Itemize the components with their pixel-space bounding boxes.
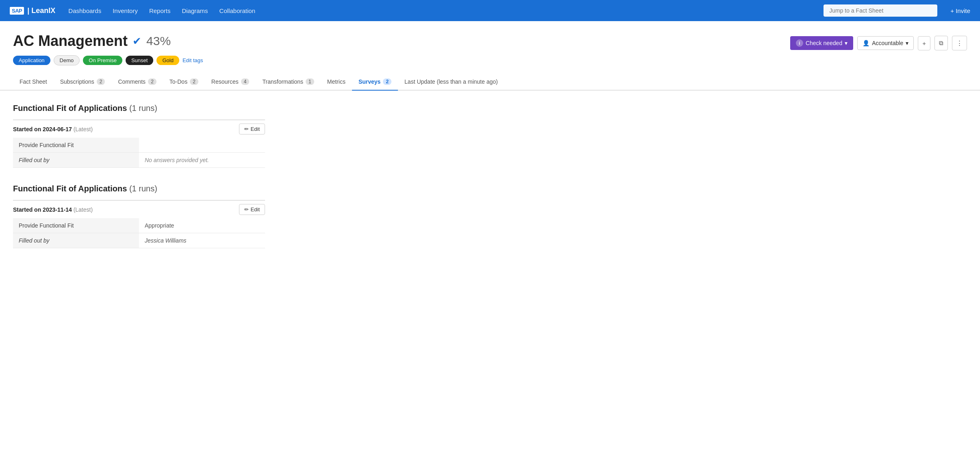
check-needed-button[interactable]: i Check needed ▾	[790, 36, 853, 50]
navbar: SAP | LeanIX Dashboards Inventory Report…	[0, 0, 980, 21]
accountable-label: Accountable	[872, 40, 903, 46]
tab-metrics-label: Metrics	[327, 78, 345, 85]
tab-todos[interactable]: To-Dos 2	[163, 74, 205, 90]
tab-subscriptions[interactable]: Subscriptions 2	[54, 74, 112, 90]
tab-comments-label: Comments	[118, 78, 146, 85]
header-right: i Check needed ▾ 👤 Accountable ▾ + ⧉ ⋮	[790, 36, 967, 50]
survey-section-2: Functional Fit of Applications (1 runs) …	[13, 184, 967, 248]
survey-1-row-2: Filled out by No answers provided yet.	[13, 153, 265, 168]
nav-reports[interactable]: Reports	[149, 7, 171, 14]
survey-1-runs: (1 runs)	[129, 104, 157, 113]
tab-todos-label: To-Dos	[169, 78, 187, 85]
accountable-button[interactable]: 👤 Accountable ▾	[857, 36, 914, 50]
tag-on-premise: On Premise	[83, 56, 122, 65]
survey-1-edit-label: Edit	[251, 126, 260, 132]
survey-2-label-2: Filled out by	[13, 233, 139, 248]
check-needed-chevron-icon: ▾	[845, 40, 847, 46]
page-header: AC Management ✔ 43% Application Demo On …	[0, 21, 980, 65]
survey-2-value-2: Jessica Williams	[139, 233, 265, 248]
header-left: AC Management ✔ 43% Application Demo On …	[13, 33, 203, 65]
more-options-button[interactable]: ⋮	[952, 36, 967, 50]
tab-resources[interactable]: Resources 4	[205, 74, 256, 90]
tab-resources-label: Resources	[211, 78, 239, 85]
tab-comments-badge: 2	[148, 78, 156, 85]
copy-button[interactable]: ⧉	[934, 36, 948, 50]
survey-1-label-1: Provide Functional Fit	[13, 138, 139, 153]
survey-2-runs: (1 runs)	[129, 184, 157, 193]
tab-last-update[interactable]: Last Update (less than a minute ago)	[398, 74, 504, 90]
survey-1-title-text: Functional Fit of Applications	[13, 104, 127, 113]
tag-demo: Demo	[54, 55, 80, 65]
completion-percentage: 43%	[146, 34, 171, 48]
leanix-logo-text: | LeanIX	[27, 7, 55, 15]
info-icon: i	[796, 39, 803, 47]
nav-diagrams[interactable]: Diagrams	[182, 7, 208, 14]
tab-subscriptions-label: Subscriptions	[60, 78, 94, 85]
survey-2-title-text: Functional Fit of Applications	[13, 184, 127, 193]
tab-metrics[interactable]: Metrics	[321, 74, 352, 90]
survey-1-started: Started on 2024-06-17 (Latest)	[13, 126, 93, 132]
tab-comments[interactable]: Comments 2	[111, 74, 163, 90]
survey-1-value-1	[139, 138, 265, 153]
nav-links: Dashboards Inventory Reports Diagrams Co…	[68, 7, 811, 14]
edit-icon: ✏	[244, 126, 249, 132]
survey-1-row-1: Provide Functional Fit	[13, 138, 265, 153]
tab-resources-badge: 4	[241, 78, 250, 85]
tag-application: Application	[13, 56, 50, 65]
tab-fact-sheet-label: Fact Sheet	[20, 78, 47, 85]
survey-1-title: Functional Fit of Applications (1 runs)	[13, 104, 967, 113]
nav-inventory[interactable]: Inventory	[113, 7, 138, 14]
tab-fact-sheet[interactable]: Fact Sheet	[13, 74, 54, 90]
survey-2-row-2: Filled out by Jessica Williams	[13, 233, 265, 248]
tab-surveys-label: Surveys	[359, 78, 380, 85]
tab-todos-badge: 2	[190, 78, 198, 85]
tab-surveys[interactable]: Surveys 2	[352, 74, 398, 90]
page-title: AC Management	[13, 33, 128, 50]
survey-1-value-2: No answers provided yet.	[139, 153, 265, 168]
nav-collaboration[interactable]: Collaboration	[219, 7, 255, 14]
title-row: AC Management ✔ 43%	[13, 33, 203, 50]
invite-button[interactable]: + Invite	[950, 7, 970, 14]
survey-2-edit-label: Edit	[251, 206, 260, 213]
accountable-chevron-icon: ▾	[906, 40, 908, 46]
nav-dashboards[interactable]: Dashboards	[68, 7, 101, 14]
tabs: Fact Sheet Subscriptions 2 Comments 2 To…	[0, 74, 980, 91]
survey-2-started: Started on 2023-11-14 (Latest)	[13, 206, 93, 213]
survey-2-edit-button[interactable]: ✏ Edit	[239, 204, 265, 215]
content: Functional Fit of Applications (1 runs) …	[0, 91, 980, 278]
survey-1-header-row: Started on 2024-06-17 (Latest) ✏ Edit	[13, 120, 265, 138]
survey-2-row-1: Provide Functional Fit Appropriate	[13, 218, 265, 233]
survey-1-edit-button[interactable]: ✏ Edit	[239, 124, 265, 134]
sap-logo-box: SAP	[10, 7, 24, 15]
tab-last-update-label: Last Update (less than a minute ago)	[404, 78, 498, 85]
survey-2-title: Functional Fit of Applications (1 runs)	[13, 184, 967, 193]
survey-2-label-1: Provide Functional Fit	[13, 218, 139, 233]
check-needed-label: Check needed	[806, 40, 842, 46]
edit-icon-2: ✏	[244, 206, 249, 213]
survey-2-value-1: Appropriate	[139, 218, 265, 233]
tags-row: Application Demo On Premise Sunset Gold …	[13, 55, 203, 65]
tab-transformations-label: Transformations	[262, 78, 303, 85]
tab-transformations[interactable]: Transformations 1	[256, 74, 320, 90]
person-icon: 👤	[863, 40, 869, 46]
survey-section-1: Functional Fit of Applications (1 runs) …	[13, 104, 967, 168]
survey-2-header-row: Started on 2023-11-14 (Latest) ✏ Edit	[13, 200, 265, 218]
tab-subscriptions-badge: 2	[97, 78, 105, 85]
survey-2-latest: (Latest)	[74, 206, 93, 213]
survey-1-label-2: Filled out by	[13, 153, 139, 168]
verified-icon: ✔	[133, 35, 141, 48]
survey-1-latest: (Latest)	[74, 126, 93, 132]
search-input[interactable]	[824, 4, 937, 17]
tag-sunset: Sunset	[126, 56, 153, 65]
logo[interactable]: SAP | LeanIX	[10, 7, 55, 15]
tab-surveys-badge: 2	[383, 78, 391, 85]
edit-tags-link[interactable]: Edit tags	[183, 57, 203, 63]
tag-gold: Gold	[156, 56, 179, 65]
tab-transformations-badge: 1	[306, 78, 314, 85]
add-button[interactable]: +	[918, 36, 930, 50]
